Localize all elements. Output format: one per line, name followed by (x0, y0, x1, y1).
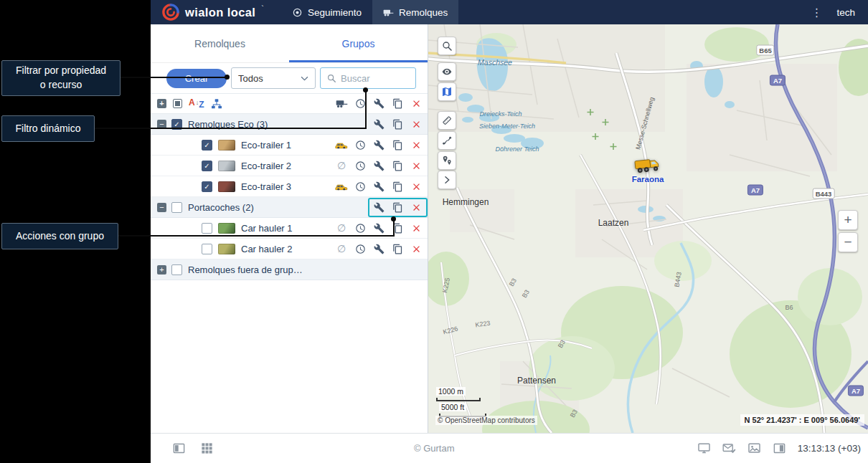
annotation-line (121, 77, 227, 78)
routing-button[interactable] (438, 131, 456, 150)
expand-tools-button[interactable] (438, 171, 456, 189)
group-row[interactable]: −Portacoches (2) (151, 197, 428, 218)
groups-hierarchy-icon[interactable] (211, 98, 222, 110)
top-nav: Seguimiento Remolques (281, 0, 458, 24)
group-row[interactable]: +Remolques fuera de grup… (151, 259, 428, 280)
copy-icon[interactable] (392, 244, 403, 254)
row-checkbox[interactable]: ✓ (202, 161, 212, 171)
map-pins-icon (441, 155, 453, 166)
row-checkbox[interactable] (202, 223, 212, 234)
annotation-text: Filtrar por propiedad (16, 64, 106, 78)
schedule-icon[interactable] (355, 140, 366, 151)
map-layers-icon (441, 86, 453, 97)
nav-remolques[interactable]: Remolques (372, 0, 458, 24)
copy-icon[interactable] (392, 202, 403, 213)
delete-icon[interactable] (411, 140, 422, 151)
trailer-row[interactable]: ✓Eco-trailer 2∅ (151, 156, 428, 176)
annotation-dot (363, 87, 368, 92)
copy-icon[interactable] (392, 140, 403, 151)
car-bound-icon (335, 183, 349, 191)
delete-icon[interactable] (411, 181, 422, 192)
select-all-icon[interactable] (173, 99, 182, 108)
row-name: Portacoches (2) (188, 202, 254, 213)
trailer-photo (218, 161, 235, 171)
tab-remolques[interactable]: Remolques (151, 24, 289, 62)
map-search-button[interactable] (438, 37, 456, 55)
clock-time: 13:13:13 (+03) (798, 443, 861, 454)
user-name[interactable]: tech (836, 7, 855, 18)
schedule-icon[interactable] (355, 181, 366, 192)
zoom-in-button[interactable]: + (838, 210, 858, 230)
properties-wrench-icon[interactable] (374, 140, 385, 151)
row-checkbox[interactable]: ✓ (202, 181, 212, 192)
row-name: Eco-trailer 1 (241, 140, 291, 151)
delete-icon[interactable] (411, 119, 422, 130)
schedule-icon[interactable] (355, 161, 366, 171)
delete-icon[interactable] (411, 223, 422, 234)
split-view-icon[interactable] (773, 441, 786, 455)
properties-wrench-icon[interactable] (374, 244, 385, 254)
image-icon[interactable] (747, 441, 761, 455)
copy-icon[interactable] (392, 161, 403, 171)
nav-label: Remolques (399, 7, 448, 18)
monitor-icon[interactable] (697, 441, 711, 455)
properties-wrench-icon[interactable] (374, 181, 385, 192)
trailer-rows: −✓Remolques Eco (3)✓Eco-trailer 1✓Eco-tr… (151, 114, 428, 433)
status-bar: © Gurtam 13:13:13 (+03) (151, 433, 868, 463)
search-box[interactable] (320, 67, 416, 89)
delete-icon[interactable] (411, 161, 422, 171)
group-row[interactable]: −✓Remolques Eco (3) (151, 114, 428, 135)
geofences-button[interactable] (438, 151, 456, 170)
properties-wrench-icon[interactable] (374, 223, 385, 234)
map-marker-faraona[interactable]: Faraona (632, 155, 664, 183)
copyright: © Gurtam (414, 443, 455, 454)
annotation-line (95, 128, 367, 129)
delete-icon[interactable] (411, 244, 422, 254)
schedule-icon[interactable] (355, 223, 366, 234)
expand-all-icon[interactable]: + (157, 99, 166, 108)
map[interactable]: MaschseeDreiecks-TeichSieben-Meter-Teich… (428, 24, 868, 433)
ruler-button[interactable] (438, 111, 456, 130)
row-checkbox[interactable] (202, 244, 212, 254)
copy-column-icon[interactable] (392, 98, 403, 109)
row-checkbox[interactable] (171, 264, 182, 275)
collapse-icon[interactable]: − (157, 203, 166, 212)
nav-seguimiento[interactable]: Seguimiento (281, 0, 372, 24)
dropdown-value: Todos (238, 73, 263, 84)
apps-grid-icon[interactable] (200, 441, 214, 455)
annotation-dot (225, 75, 230, 80)
schedule-column-icon[interactable] (355, 98, 366, 109)
copy-icon[interactable] (392, 119, 403, 130)
properties-wrench-icon[interactable] (374, 161, 385, 171)
expand-icon[interactable]: + (157, 265, 166, 275)
visibility-eye-button[interactable] (438, 62, 456, 81)
trailer-icon (383, 7, 394, 18)
schedule-icon[interactable] (355, 244, 366, 254)
resource-filter-dropdown[interactable]: Todos (231, 67, 316, 89)
envelope-check-icon[interactable] (722, 441, 736, 455)
row-checkbox[interactable] (171, 202, 182, 213)
create-button[interactable]: Crear (166, 69, 227, 88)
properties-wrench-icon[interactable] (374, 202, 385, 213)
row-checkbox[interactable]: ✓ (202, 140, 212, 151)
ruler-icon (441, 115, 453, 126)
annotation-text: Filtro dinámico (15, 122, 80, 136)
tab-grupos[interactable]: Grupos (289, 24, 428, 62)
properties-column-icon[interactable] (374, 98, 385, 109)
search-input[interactable] (341, 73, 410, 84)
trailer-row[interactable]: ✓Eco-trailer 3 (151, 176, 428, 197)
row-name: Eco-trailer 3 (241, 181, 291, 192)
kebab-menu-icon[interactable]: ⋮ (811, 6, 822, 19)
map-source-button[interactable] (438, 82, 456, 101)
delete-column-icon[interactable] (411, 98, 422, 109)
trailer-column-icon[interactable] (336, 99, 348, 108)
trailer-row[interactable]: Car hauler 2∅ (151, 239, 428, 259)
sidebar-toggle-icon[interactable] (172, 441, 186, 455)
delete-icon[interactable] (411, 202, 422, 213)
properties-wrench-icon[interactable] (374, 119, 385, 130)
zoom-out-button[interactable]: − (838, 232, 858, 252)
statusbar-left (172, 441, 214, 455)
sort-az-icon[interactable]: A ↓ Z (189, 98, 204, 109)
copy-icon[interactable] (392, 181, 403, 192)
trailer-row[interactable]: ✓Eco-trailer 1 (151, 135, 428, 156)
